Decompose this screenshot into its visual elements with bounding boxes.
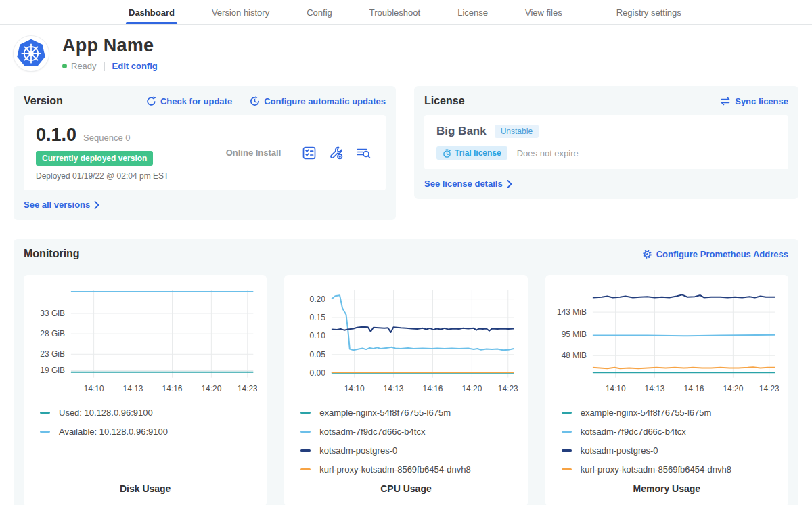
version-number: 0.1.0 (36, 125, 76, 146)
divider (104, 62, 105, 71)
legend-label: example-nginx-54f8f76755-l675m (581, 408, 712, 418)
legend-swatch (562, 412, 572, 414)
legend-swatch (40, 431, 50, 433)
svg-text:0.00: 0.00 (310, 368, 326, 378)
legend-swatch (40, 412, 50, 414)
svg-text:14:16: 14:16 (423, 384, 443, 393)
license-card: License Sync license Big Bank Unstable (414, 86, 798, 199)
legend-swatch (300, 468, 311, 470)
view-logs-icon[interactable] (356, 146, 371, 160)
refresh-icon (146, 96, 156, 106)
legend-item: Available: 10.128.0.96:9100 (40, 422, 257, 441)
svg-text:14:10: 14:10 (344, 384, 365, 393)
chevron-right-icon (94, 201, 99, 209)
see-all-versions-link[interactable]: See all versions (24, 200, 386, 210)
license-card-title: License (424, 95, 465, 107)
sequence-label: Sequence 0 (83, 133, 130, 143)
svg-text:14:13: 14:13 (384, 384, 404, 393)
license-expiry: Does not expire (517, 148, 579, 158)
legend-swatch (300, 449, 311, 452)
cpu-usage-chart-card: 0.200.150.100.050.0014:1014:1314:1614:20… (284, 275, 527, 505)
clock-refresh-icon (250, 96, 260, 106)
svg-text:0.10: 0.10 (310, 331, 326, 341)
tab-registry-settings[interactable]: Registry settings (616, 0, 698, 24)
svg-text:14:13: 14:13 (123, 384, 143, 393)
legend-label: kotsadm-postgres-0 (581, 445, 658, 456)
legend-item: kurl-proxy-kotsadm-8569fb6454-dnvh8 (562, 460, 779, 479)
legend-label: kotsadm-7f9dc7d66c-b4tcx (319, 426, 425, 437)
svg-text:95 MiB: 95 MiB (561, 330, 586, 339)
svg-text:48 MiB: 48 MiB (561, 351, 586, 360)
configure-prometheus-link[interactable]: Configure Prometheus Address (642, 249, 788, 259)
version-card-title: Version (24, 95, 63, 107)
sync-license-link[interactable]: Sync license (720, 96, 788, 106)
version-card: Version Check for update (14, 86, 396, 220)
legend-item: kotsadm-7f9dc7d66c-b4tcx (562, 422, 779, 441)
edit-config-link[interactable]: Edit config (112, 61, 158, 71)
disk-usage-legend: Used: 10.128.0.96:9100Available: 10.128.… (33, 403, 257, 441)
see-all-versions-label: See all versions (24, 200, 90, 210)
see-license-details-link[interactable]: See license details (424, 179, 788, 189)
license-details-card: Big Bank Unstable Trial license Does not… (424, 115, 788, 169)
chart-title-cpu: CPU Usage (294, 483, 518, 494)
memory-usage-chart-card: 143 MiB95 MiB48 MiB14:1014:1314:1614:201… (545, 275, 788, 505)
tab-config[interactable]: Config (307, 0, 332, 24)
configure-auto-updates-label: Configure automatic updates (264, 96, 386, 106)
svg-text:0.05: 0.05 (310, 350, 326, 359)
configure-auto-updates-link[interactable]: Configure automatic updates (250, 96, 386, 106)
legend-label: example-nginx-54f8f76755-l675m (319, 408, 451, 418)
current-version-card: 0.1.0 Sequence 0 Currently deployed vers… (24, 115, 386, 190)
legend-label: kotsadm-7f9dc7d66c-b4tcx (581, 426, 686, 437)
svg-text:14:16: 14:16 (683, 384, 704, 393)
stopwatch-icon (443, 149, 451, 158)
tab-dashboard[interactable]: Dashboard (129, 0, 175, 24)
preflight-checklist-icon[interactable] (302, 146, 317, 160)
legend-label: Used: 10.128.0.96:9100 (59, 408, 153, 418)
page-title: App Name (62, 35, 158, 56)
legend-label: kurl-proxy-kotsadm-8569fb6454-dnvh8 (319, 464, 470, 475)
svg-text:14:20: 14:20 (201, 384, 221, 393)
svg-text:28 GiB: 28 GiB (40, 329, 65, 338)
svg-text:14:23: 14:23 (238, 384, 258, 393)
svg-text:14:10: 14:10 (84, 384, 104, 393)
svg-text:33 GiB: 33 GiB (40, 309, 65, 318)
legend-item: kotsadm-7f9dc7d66c-b4tcx (300, 422, 518, 441)
svg-text:0.20: 0.20 (310, 294, 326, 304)
tab-version-history[interactable]: Version history (212, 0, 269, 24)
monitoring-section: Monitoring Configure Prometheus Address … (14, 239, 798, 505)
svg-text:19 GiB: 19 GiB (40, 366, 65, 375)
sync-arrows-icon (720, 96, 731, 106)
svg-text:14:20: 14:20 (462, 384, 482, 393)
tab-view-files[interactable]: View files (525, 0, 579, 24)
svg-text:23 GiB: 23 GiB (40, 349, 65, 359)
tab-troubleshoot[interactable]: Troubleshoot (369, 0, 420, 24)
legend-item: example-nginx-54f8f76755-l675m (562, 403, 779, 422)
legend-item: kotsadm-postgres-0 (300, 441, 518, 460)
svg-text:14:20: 14:20 (723, 384, 743, 393)
see-license-details-label: See license details (424, 179, 503, 189)
config-wrench-icon[interactable] (329, 146, 344, 160)
legend-label: Available: 10.128.0.96:9100 (59, 426, 168, 437)
gear-icon (642, 249, 652, 259)
deployed-badge: Currently deployed version (36, 151, 153, 166)
svg-text:14:16: 14:16 (162, 384, 183, 393)
legend-item: kotsadm-postgres-0 (562, 441, 779, 460)
app-logo (14, 36, 49, 71)
check-for-update-link[interactable]: Check for update (146, 96, 232, 106)
status-ready-dot (62, 64, 67, 68)
license-name: Big Bank (436, 125, 487, 138)
legend-item: kurl-proxy-kotsadm-8569fb6454-dnvh8 (300, 460, 518, 479)
status-text: Ready (71, 61, 97, 71)
trial-license-badge: Trial license (436, 146, 508, 160)
legend-item: Used: 10.128.0.96:9100 (40, 403, 257, 422)
chevron-right-icon (507, 180, 512, 188)
deployed-timestamp: Deployed 01/19/22 @ 02:04 pm EST (36, 171, 205, 181)
top-nav: Dashboard Version history Config Trouble… (0, 0, 812, 25)
svg-text:14:23: 14:23 (498, 384, 518, 393)
channel-badge: Unstable (495, 125, 539, 138)
cpu-usage-chart: 0.200.150.100.050.0014:1014:1314:1614:20… (294, 283, 518, 397)
tab-license[interactable]: License (457, 0, 488, 24)
legend-swatch (562, 449, 572, 452)
chart-title-memory: Memory Usage (555, 483, 779, 494)
legend-swatch (300, 431, 311, 433)
